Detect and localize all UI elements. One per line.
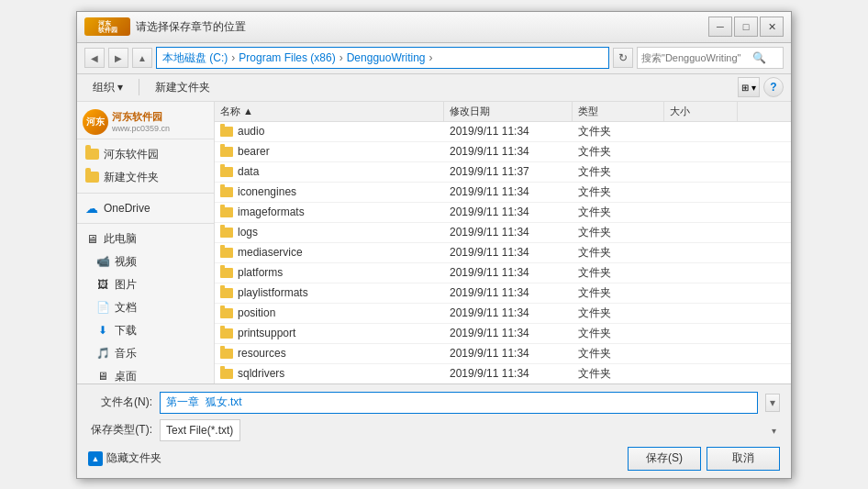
bottom-section: 文件名(N): ▾ 保存类型(T): Text File(*.txt) ▾ ▲ … <box>77 383 791 478</box>
folder-icon <box>220 248 233 258</box>
sidebar-item-new-folder[interactable]: 新建文件夹 <box>77 166 214 189</box>
filetype-wrapper: Text File(*.txt) ▾ <box>160 419 780 441</box>
hide-folder-button[interactable]: ▲ 隐藏文件夹 <box>88 450 161 466</box>
cancel-label: 取消 <box>732 450 754 466</box>
file-list-area: 名称 ▲ 修改日期 类型 大小 audio 2019/9/11 11:34 <box>215 102 791 383</box>
refresh-button[interactable]: ↻ <box>613 48 633 68</box>
save-dialog: 河东软件园 请选择保存章节的位置 ─ □ ✕ ◀ ▶ ▲ 本地磁盘 (C:) ›… <box>76 11 792 479</box>
file-list-header: 名称 ▲ 修改日期 类型 大小 <box>215 102 791 122</box>
col-header-name[interactable]: 名称 ▲ <box>215 102 444 121</box>
sidebar-item-hedong[interactable]: 河东软件园 <box>77 143 214 166</box>
file-type: 文件夹 <box>573 162 664 182</box>
table-row[interactable]: data 2019/9/11 11:37 文件夹 <box>215 162 791 183</box>
file-type: 文件夹 <box>573 304 664 323</box>
file-type: 文件夹 <box>573 364 664 383</box>
sidebar-item-music[interactable]: 🎵 音乐 <box>77 342 214 365</box>
table-row[interactable]: imageformats 2019/9/11 11:34 文件夹 <box>215 203 791 223</box>
save-button[interactable]: 保存(S) <box>628 447 701 471</box>
sidebar-logo: 河东 河东软件园 www.pc0359.cn <box>77 106 214 139</box>
file-date: 2019/9/11 11:34 <box>444 305 573 321</box>
new-folder-button[interactable]: 新建文件夹 <box>147 77 218 98</box>
table-row[interactable]: logs 2019/9/11 11:34 文件夹 <box>215 223 791 243</box>
pc-icon: 🖥 <box>84 231 99 246</box>
address-bar[interactable]: 本地磁盘 (C:) › Program Files (x86) › Denggu… <box>156 47 609 69</box>
col-header-date[interactable]: 修改日期 <box>444 102 573 121</box>
table-row[interactable]: playlistformats 2019/9/11 11:34 文件夹 <box>215 283 791 304</box>
table-row[interactable]: iconengines 2019/9/11 11:34 文件夹 <box>215 183 791 203</box>
table-row[interactable]: position 2019/9/11 11:34 文件夹 <box>215 304 791 324</box>
toolbar-right: ⊞ ▾ ? <box>738 77 784 97</box>
close-button[interactable]: ✕ <box>760 17 784 37</box>
path-sep-2: › <box>339 51 343 64</box>
sidebar-divider-1 <box>77 193 214 194</box>
file-size <box>664 311 738 315</box>
sidebar-item-documents[interactable]: 📄 文档 <box>77 296 214 319</box>
help-button[interactable]: ? <box>763 77 784 97</box>
view-button[interactable]: ⊞ ▾ <box>738 77 760 97</box>
file-date: 2019/9/11 11:34 <box>444 264 573 281</box>
folder-icon <box>220 187 233 197</box>
filename-input[interactable] <box>160 392 758 414</box>
sidebar-item-downloads[interactable]: ⬇ 下载 <box>77 319 214 342</box>
file-type: 文件夹 <box>573 183 664 202</box>
file-type: 文件夹 <box>573 324 664 343</box>
file-list: audio 2019/9/11 11:34 文件夹 bearer 2019/9/… <box>215 122 791 383</box>
col-date-label: 修改日期 <box>450 105 490 118</box>
col-header-size[interactable]: 大小 <box>664 102 738 121</box>
path-segment-3[interactable]: DengguoWriting <box>347 51 426 64</box>
col-header-type[interactable]: 类型 <box>573 102 664 121</box>
sidebar-item-onedrive[interactable]: ☁ OneDrive <box>77 197 214 219</box>
file-size <box>664 170 738 173</box>
logo-url: www.pc0359.cn <box>112 124 170 133</box>
logo-text: 河东软件园 www.pc0359.cn <box>112 110 170 133</box>
filename-row: 文件名(N): ▾ <box>88 392 780 414</box>
main-area: 河东 河东软件园 www.pc0359.cn 河东软件园 新建文件夹 ☁ One… <box>77 102 791 383</box>
dialog-title: 请选择保存章节的位置 <box>136 19 246 35</box>
sort-arrow: ▲ <box>243 106 253 117</box>
table-row[interactable]: printsupport 2019/9/11 11:34 文件夹 <box>215 324 791 344</box>
back-button[interactable]: ◀ <box>84 48 105 68</box>
file-date: 2019/9/11 11:34 <box>444 204 573 220</box>
sidebar-label-onedrive: OneDrive <box>104 202 150 215</box>
organize-button[interactable]: 组织 ▾ <box>84 77 131 98</box>
table-row[interactable]: bearer 2019/9/11 11:34 文件夹 <box>215 142 791 162</box>
file-size <box>664 331 738 335</box>
search-input[interactable] <box>638 52 748 63</box>
maximize-button[interactable]: □ <box>734 17 758 37</box>
sidebar: 河东 河东软件园 www.pc0359.cn 河东软件园 新建文件夹 ☁ One… <box>77 102 215 383</box>
file-date: 2019/9/11 11:34 <box>444 365 573 382</box>
logo-icon: 河东 <box>83 109 108 135</box>
table-row[interactable]: audio 2019/9/11 11:34 文件夹 <box>215 122 791 142</box>
filetype-row: 保存类型(T): Text File(*.txt) ▾ <box>88 419 780 441</box>
folder-icon <box>220 147 233 157</box>
file-type: 文件夹 <box>573 243 664 262</box>
file-name: platforms <box>238 266 283 279</box>
forward-button[interactable]: ▶ <box>108 48 128 68</box>
folder-icon <box>220 349 233 359</box>
path-sep-3: › <box>429 51 433 64</box>
sidebar-label-music: 音乐 <box>115 346 137 361</box>
path-segment-2[interactable]: Program Files (x86) <box>239 51 335 64</box>
folder-icon <box>220 369 233 379</box>
table-row[interactable]: mediaservice 2019/9/11 11:34 文件夹 <box>215 243 791 263</box>
sidebar-label-documents: 文档 <box>115 300 137 316</box>
sidebar-item-desktop[interactable]: 🖥 桌面 <box>77 365 214 383</box>
filetype-select[interactable]: Text File(*.txt) <box>160 419 240 441</box>
minimize-button[interactable]: ─ <box>708 17 732 37</box>
file-type: 文件夹 <box>573 223 664 242</box>
path-segment-1[interactable]: 本地磁盘 (C:) <box>162 50 228 66</box>
table-row[interactable]: sqldrivers 2019/9/11 11:34 文件夹 <box>215 364 791 383</box>
sidebar-item-pictures[interactable]: 🖼 图片 <box>77 273 214 296</box>
table-row[interactable]: resources 2019/9/11 11:34 文件夹 <box>215 344 791 364</box>
search-box[interactable]: 🔍 <box>637 47 784 69</box>
picture-icon: 🖼 <box>95 277 110 292</box>
table-row[interactable]: platforms 2019/9/11 11:34 文件夹 <box>215 263 791 283</box>
up-button[interactable]: ▲ <box>132 48 152 68</box>
sidebar-item-this-pc[interactable]: 🖥 此电脑 <box>77 228 214 250</box>
file-name: playlistformats <box>238 286 308 299</box>
filename-dropdown-arrow[interactable]: ▾ <box>765 394 780 412</box>
toolbar-separator <box>139 79 139 95</box>
cancel-button[interactable]: 取消 <box>707 447 780 471</box>
sidebar-item-video[interactable]: 📹 视频 <box>77 250 214 273</box>
onedrive-icon: ☁ <box>84 201 99 216</box>
